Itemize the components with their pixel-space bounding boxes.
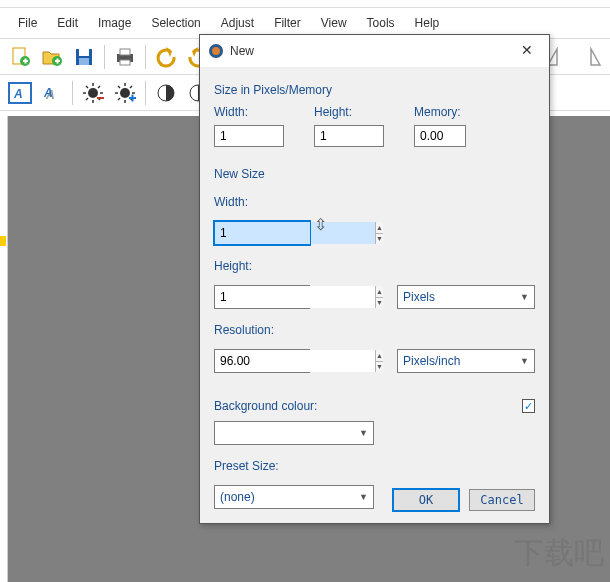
open-folder-icon[interactable]	[38, 43, 66, 71]
brightness-up-icon[interactable]	[111, 79, 139, 107]
svg-line-25	[98, 86, 100, 88]
ns-width-input[interactable]	[215, 222, 375, 244]
svg-rect-8	[79, 49, 89, 56]
menu-view[interactable]: View	[311, 12, 357, 34]
section-size-memory: Size in Pixels/Memory	[214, 83, 535, 97]
section-new-size: New Size	[214, 167, 535, 181]
bgcolor-label: Background colour:	[214, 399, 510, 413]
contrast-half-icon[interactable]	[152, 79, 180, 107]
svg-rect-6	[57, 58, 59, 63]
chevron-down-icon: ▼	[359, 428, 368, 438]
print-icon[interactable]	[111, 43, 139, 71]
ns-height-label: Height:	[214, 259, 535, 273]
svg-point-17	[88, 88, 98, 98]
spin-up-icon[interactable]: ▲	[376, 350, 383, 362]
close-icon[interactable]: ✕	[513, 41, 541, 61]
height-readonly-input[interactable]	[314, 125, 384, 147]
ok-button[interactable]: OK	[393, 489, 459, 511]
flip-v-icon[interactable]	[576, 43, 604, 71]
svg-line-35	[130, 86, 132, 88]
menu-image[interactable]: Image	[88, 12, 141, 34]
dialog-title: New	[230, 44, 513, 58]
left-gutter	[0, 116, 8, 582]
svg-line-22	[86, 86, 88, 88]
ns-width-spinner[interactable]: ▲▼	[214, 221, 310, 245]
svg-line-32	[118, 86, 120, 88]
memory-label: Memory:	[414, 105, 466, 119]
menu-edit[interactable]: Edit	[47, 12, 88, 34]
svg-rect-11	[120, 49, 130, 55]
app-icon	[208, 43, 224, 59]
new-image-dialog: New ✕ Size in Pixels/Memory Width: Heigh…	[199, 34, 550, 524]
svg-point-45	[212, 47, 220, 55]
preset-select[interactable]: (none)▼	[214, 485, 374, 509]
chevron-down-icon: ▼	[520, 356, 529, 366]
resolution-label: Resolution:	[214, 323, 535, 337]
new-file-icon[interactable]	[6, 43, 34, 71]
svg-rect-12	[120, 60, 130, 65]
ns-width-label: Width:	[214, 195, 535, 209]
cancel-button[interactable]: Cancel	[469, 489, 535, 511]
svg-rect-9	[79, 58, 89, 65]
dialog-titlebar[interactable]: New ✕	[200, 35, 549, 67]
save-icon[interactable]	[70, 43, 98, 71]
svg-rect-26	[97, 97, 104, 99]
spin-down-icon[interactable]: ▼	[376, 234, 383, 245]
watermark-text: 下载吧	[514, 533, 604, 574]
menu-filter[interactable]: Filter	[264, 12, 311, 34]
svg-text:A: A	[13, 87, 23, 101]
height-label: Height:	[314, 105, 384, 119]
preset-label: Preset Size:	[214, 459, 535, 473]
spin-down-icon[interactable]: ▼	[376, 362, 383, 373]
spin-down-icon[interactable]: ▼	[376, 298, 383, 309]
undo-icon[interactable]	[152, 43, 180, 71]
spin-up-icon[interactable]: ▲	[376, 222, 383, 234]
resolution-input[interactable]	[215, 350, 375, 372]
text-shadow-icon[interactable]: AA	[38, 79, 66, 107]
bgcolor-select[interactable]: ▼	[214, 421, 374, 445]
memory-readonly-input[interactable]	[414, 125, 466, 147]
text-border-icon[interactable]: A	[6, 79, 34, 107]
brightness-down-icon[interactable]	[79, 79, 107, 107]
ns-height-spinner[interactable]: ▲▼	[214, 285, 310, 309]
svg-line-24	[86, 98, 88, 100]
spin-up-icon[interactable]: ▲	[376, 286, 383, 298]
width-readonly-input[interactable]	[214, 125, 284, 147]
link-icon[interactable]: ⇳	[314, 215, 327, 234]
bgcolor-checkbox[interactable]: ✓	[522, 399, 535, 413]
svg-text:A: A	[43, 86, 53, 100]
chevron-down-icon: ▼	[520, 292, 529, 302]
svg-point-27	[120, 88, 130, 98]
width-label: Width:	[214, 105, 284, 119]
menu-help[interactable]: Help	[405, 12, 450, 34]
unit-select[interactable]: Pixels▼	[397, 285, 535, 309]
svg-line-34	[118, 98, 120, 100]
ns-height-input[interactable]	[215, 286, 375, 308]
menu-file[interactable]: File	[8, 12, 47, 34]
menu-adjust[interactable]: Adjust	[211, 12, 264, 34]
tab-handle[interactable]	[0, 236, 6, 246]
svg-rect-37	[132, 94, 134, 101]
resolution-spinner[interactable]: ▲▼	[214, 349, 310, 373]
svg-rect-3	[25, 58, 27, 63]
menu-tools[interactable]: Tools	[357, 12, 405, 34]
resolution-unit-select[interactable]: Pixels/inch▼	[397, 349, 535, 373]
menu-selection[interactable]: Selection	[141, 12, 210, 34]
chevron-down-icon: ▼	[359, 492, 368, 502]
